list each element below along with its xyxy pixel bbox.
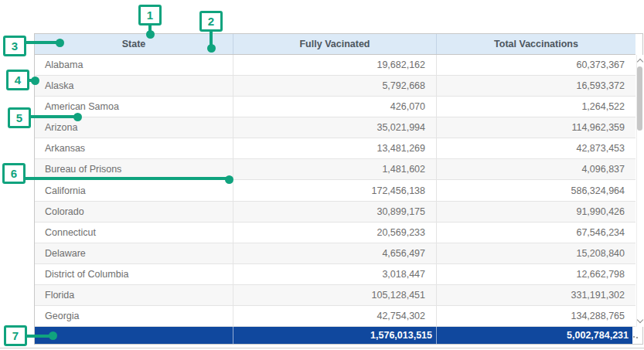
cell-fully-vacinated: 5,792,668	[233, 76, 437, 97]
table-row[interactable]: Alabama19,682,16260,373,367	[35, 55, 635, 76]
cell-fully-vacinated: 13,481,269	[233, 138, 437, 159]
cell-state: Alaska	[35, 76, 233, 97]
table-row[interactable]: Alaska5,792,66816,593,372	[35, 76, 635, 97]
annotation-connector-3	[26, 41, 60, 44]
table-row[interactable]: Georgia42,754,302134,288,765	[35, 306, 635, 327]
table-row[interactable]: Connecticut20,569,23367,546,234	[35, 223, 635, 243]
cell-fully-vacinated: 35,021,994	[233, 117, 437, 138]
annotation-dot-1	[146, 30, 155, 39]
scroll-down-arrow-icon[interactable]	[637, 317, 643, 323]
summary-row: 1,576,013,515 5,002,784,231	[35, 327, 632, 344]
cell-state: Connecticut	[35, 223, 233, 243]
cell-fully-vacinated: 1,481,602	[233, 159, 437, 180]
cell-total-vaccinations: 67,546,234	[437, 223, 635, 243]
cell-total-vaccinations: 1,264,522	[437, 97, 635, 117]
column-header-fully-vacinated[interactable]: Fully Vacinated	[233, 34, 437, 54]
annotation-dot-5	[73, 113, 82, 121]
vertical-scrollbar[interactable]	[636, 55, 643, 327]
scrollbar-thumb[interactable]	[637, 66, 642, 131]
cell-total-vaccinations: 586,324,964	[437, 180, 635, 201]
cell-fully-vacinated: 172,456,138	[233, 180, 437, 201]
cell-state: Arkansas	[35, 138, 233, 159]
cell-total-vaccinations: 4,096,837	[437, 159, 635, 180]
table-body: Alabama19,682,16260,373,367Alaska5,792,6…	[35, 55, 635, 327]
table-row[interactable]: Delaware4,656,49715,208,840	[35, 243, 635, 264]
cell-state: Alabama	[35, 55, 233, 76]
annotation-connector-6	[25, 177, 230, 180]
cell-total-vaccinations: 91,990,426	[437, 202, 635, 223]
annotation-badge-7: 7	[4, 325, 27, 346]
column-header-state[interactable]: State	[35, 34, 233, 54]
table-row[interactable]: Colorado30,899,17591,990,426	[35, 202, 635, 223]
cell-total-vaccinations: 114,962,359	[437, 117, 635, 138]
table-row[interactable]: District of Columbia3,018,44712,662,798	[35, 264, 635, 285]
annotation-dot-3	[56, 39, 64, 47]
cell-state: Arizona	[35, 117, 233, 138]
annotation-connector-5	[30, 115, 78, 118]
cell-state: Florida	[35, 285, 233, 306]
cell-fully-vacinated: 3,018,447	[233, 264, 437, 285]
cell-total-vaccinations: 15,208,840	[437, 243, 635, 264]
table-row[interactable]: Florida105,128,451331,191,302	[35, 285, 635, 306]
cell-state: District of Columbia	[35, 264, 233, 285]
vaccination-table: State Fully Vacinated Total Vaccinations…	[34, 33, 643, 345]
annotation-badge-2: 2	[199, 11, 223, 32]
annotation-connector-2	[210, 31, 213, 45]
table-row[interactable]: California172,456,138586,324,964	[35, 180, 635, 201]
cell-fully-vacinated: 30,899,175	[233, 202, 437, 223]
cell-fully-vacinated: 19,682,162	[233, 55, 437, 76]
table-row[interactable]: Arkansas13,481,26942,873,453	[35, 138, 635, 159]
scroll-up-arrow-icon[interactable]	[637, 59, 643, 65]
annotation-dot-4	[31, 76, 39, 85]
page-bottom-border	[0, 348, 644, 348]
annotation-dot-7	[49, 331, 57, 340]
cell-fully-vacinated: 20,569,233	[233, 223, 437, 243]
column-header-total-vaccinations[interactable]: Total Vaccinations	[437, 34, 635, 54]
annotation-dot-6	[225, 175, 233, 184]
summary-fully-vacinated-value: 1,576,013,515	[233, 327, 437, 344]
annotation-badge-5: 5	[8, 107, 31, 128]
table-header-row: State Fully Vacinated Total Vaccinations	[35, 34, 635, 55]
cell-total-vaccinations: 42,873,453	[437, 138, 635, 159]
summary-total-vaccinations-value: 5,002,784,231	[437, 327, 632, 344]
table-row[interactable]: American Samoa426,0701,264,522	[35, 97, 635, 117]
cell-state: California	[35, 180, 233, 201]
annotation-badge-6: 6	[2, 163, 26, 184]
annotation-badge-1: 1	[138, 5, 162, 25]
table-row[interactable]: Arizona35,021,994114,962,359	[35, 117, 635, 138]
cell-total-vaccinations: 60,373,367	[437, 55, 635, 76]
annotation-dot-2	[207, 44, 216, 53]
cell-state: Delaware	[35, 243, 233, 264]
resize-grip-icon	[633, 335, 639, 339]
cell-state: Colorado	[35, 202, 233, 223]
annotation-badge-3: 3	[3, 36, 26, 56]
annotation-badge-4: 4	[6, 70, 29, 90]
cell-fully-vacinated: 105,128,451	[233, 285, 437, 306]
cell-total-vaccinations: 331,191,302	[437, 285, 635, 306]
cell-fully-vacinated: 42,754,302	[233, 306, 437, 327]
cell-total-vaccinations: 16,593,372	[437, 76, 635, 97]
cell-total-vaccinations: 134,288,765	[437, 306, 635, 327]
summary-state-cell	[35, 327, 233, 344]
cell-total-vaccinations: 12,662,798	[437, 264, 635, 285]
annotated-table-screenshot: State Fully Vacinated Total Vaccinations…	[0, 0, 644, 350]
cell-state: Georgia	[35, 306, 233, 327]
cell-fully-vacinated: 4,656,497	[233, 243, 437, 264]
cell-fully-vacinated: 426,070	[233, 97, 437, 117]
